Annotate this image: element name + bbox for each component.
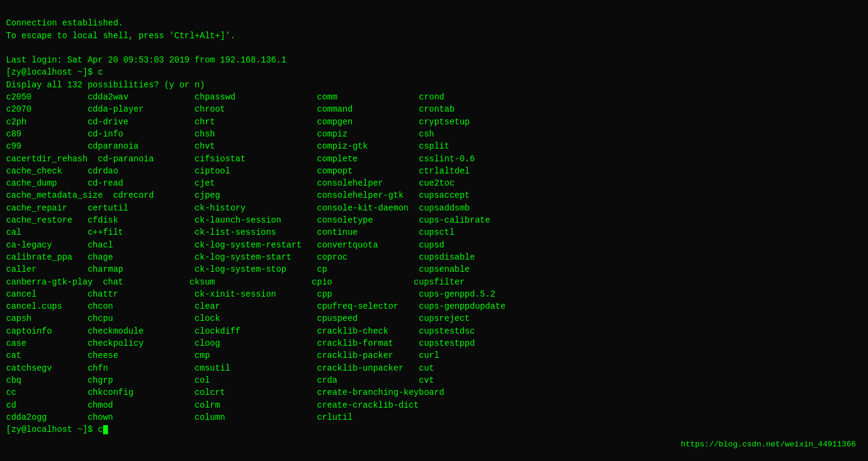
cmd-row-27: cdda2ogg chown column crlutil — [6, 412, 352, 422]
cmd-row-23: catchsegv chfn cmsutil cracklib-unpacker… — [6, 363, 434, 373]
cmd-row-4: c89 cd-info chsh compiz csh — [6, 129, 434, 139]
prompt-c-command: [zy@localhost ~]$ c — [6, 67, 103, 77]
cmd-row-20: captoinfo checkmodule clockdiff cracklib… — [6, 326, 475, 336]
cmd-row-3: c2ph cd-drive chrt compgen cryptsetup — [6, 117, 470, 127]
cmd-row-2: c2070 cdda-player chroot command crontab — [6, 104, 454, 114]
cmd-row-22: cat cheese cmp cracklib-packer curl — [6, 351, 439, 360]
cmd-row-25: cc chkconfig colcrt create-branching-key… — [6, 388, 445, 397]
cmd-row-14: calibrate_ppa chage ck-log-system-start … — [6, 252, 475, 262]
display-possibilities: Display all 132 possibilities? (y or n) — [6, 80, 205, 90]
cmd-row-9: cache_metadata_size cdrecord cjpeg conso… — [6, 190, 470, 200]
cmd-row-17: cancel chattr ck-xinit-session cpp cups-… — [6, 289, 496, 299]
cursor-block — [103, 425, 108, 434]
cmd-row-26: cd chmod colrm create-cracklib-dict — [6, 400, 419, 410]
cmd-row-5: c99 cdparanoia chvt compiz-gtk csplit — [6, 141, 449, 151]
connection-line1: Connection established. — [6, 18, 123, 28]
cmd-row-6: cacertdir_rehash cd-paranoia cifsiostat … — [6, 154, 475, 164]
cmd-row-10: cache_repair certutil ck-history console… — [6, 203, 470, 213]
cmd-row-8: cache_dump cd-read cjet consolehelper cu… — [6, 178, 454, 188]
cmd-row-16: canberra-gtk-play chat cksum cpio cupsfi… — [6, 277, 465, 287]
cmd-row-1: c2050 cdda2wav chpasswd comm crond — [6, 92, 445, 102]
connection-line2: To escape to local shell, press 'Ctrl+Al… — [6, 31, 235, 41]
cmd-row-18: cancel.cups chcon clear cpufreq-selector… — [6, 301, 505, 311]
cmd-row-21: case checkpolicy cloog cracklib-format c… — [6, 338, 475, 348]
cmd-row-11: cache_restore cfdisk ck-launch-session c… — [6, 215, 490, 225]
terminal-window: Connection established. To escape to loc… — [6, 5, 862, 456]
cmd-row-7: cache_check cdrdao ciptool compopt ctrla… — [6, 166, 470, 176]
cmd-row-19: capsh chcpu clock cpuspeed cupsreject — [6, 314, 470, 323]
cmd-row-13: ca-legacy chacl ck-log-system-restart co… — [6, 240, 445, 250]
cmd-row-12: cal c++filt ck-list-sessions continue cu… — [6, 227, 454, 237]
last-login: Last login: Sat Apr 20 09:53:03 2019 fro… — [6, 55, 286, 65]
cmd-row-15: caller charmap ck-log-system-stop cp cup… — [6, 264, 470, 274]
cmd-row-24: cbq chgrp col crda cvt — [6, 375, 434, 385]
terminal-output: Connection established. To escape to loc… — [6, 5, 862, 448]
watermark-text: https://blog.csdn.net/weixin_44911366 — [681, 439, 856, 450]
final-prompt[interactable]: [zy@localhost ~]$ c — [6, 425, 108, 434]
